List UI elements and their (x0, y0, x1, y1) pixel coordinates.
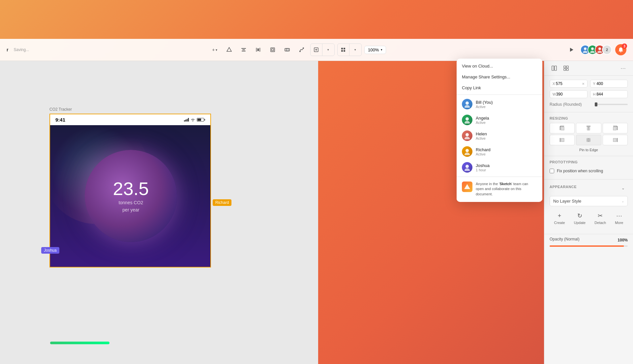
fix-position-row: Fix position when scrolling (550, 167, 628, 175)
frame-group: ▾ (310, 43, 335, 56)
more-button[interactable]: ⋯ More (613, 210, 625, 227)
green-bottom-bar (50, 342, 109, 344)
w-input[interactable]: W (550, 90, 588, 98)
opacity-bar[interactable] (550, 245, 628, 247)
toolbar: r Saving... + ▾ (0, 39, 633, 61)
svg-rect-40 (613, 127, 616, 130)
svg-point-21 (591, 47, 594, 50)
copy-link-item[interactable]: Copy Link (457, 82, 542, 93)
prototyping-title: PROTOTYPING (550, 160, 628, 164)
svg-point-11 (299, 51, 301, 52)
detach-button[interactable]: ✂ Detach (592, 210, 608, 227)
y-value-input[interactable] (596, 81, 625, 86)
fix-position-checkbox[interactable] (550, 169, 554, 173)
signal-bars-icon (184, 118, 189, 122)
add-button[interactable]: + ▾ (209, 44, 221, 56)
svg-point-48 (466, 101, 469, 105)
resize-center[interactable] (576, 135, 601, 145)
canvas-area[interactable]: CO2 Tracker 9:41 (0, 61, 318, 364)
update-icon: ↻ (577, 212, 582, 219)
position-section: X ✕ Y W H Radius (Rounded) (544, 76, 633, 112)
y-input[interactable]: Y (590, 80, 628, 88)
y-label: Y (593, 82, 597, 86)
appearance-actions: + Create ↻ Update ✂ Detach ⋯ More (550, 210, 628, 227)
resize-ml[interactable] (550, 135, 575, 145)
svg-rect-15 (344, 48, 345, 49)
avatar-count[interactable]: 2 (602, 45, 612, 55)
h-input[interactable]: H (590, 90, 628, 98)
resizing-section: RESIZING (544, 112, 633, 156)
appearance-title: APPEARANCE (550, 185, 577, 189)
svg-point-25 (620, 51, 621, 52)
x-clear-icon[interactable]: ✕ (582, 82, 585, 86)
svg-point-54 (466, 149, 469, 152)
svg-rect-8 (272, 49, 274, 51)
user-helen-item[interactable]: Helen Active (457, 128, 542, 144)
opacity-section: Opacity (Normal) 100% (544, 234, 633, 251)
user-richard-item[interactable]: Richard Active (457, 144, 542, 159)
panel-more-icon[interactable]: ⋯ (618, 64, 628, 73)
fix-position-label: Fix position when scrolling (557, 169, 603, 173)
opacity-value: 100% (618, 238, 628, 242)
svg-point-56 (466, 165, 469, 168)
component-button[interactable] (338, 44, 349, 56)
resize-tc[interactable] (576, 123, 601, 133)
svg-rect-26 (552, 66, 554, 70)
user-info-helen: Helen Active (476, 131, 537, 140)
w-value-input[interactable] (556, 92, 585, 97)
svg-rect-29 (566, 66, 568, 68)
align-button[interactable] (238, 44, 250, 56)
frame-dropdown[interactable]: ▾ (322, 44, 334, 56)
user-bill-item[interactable]: Bill (You) Active (457, 96, 542, 112)
user-info-joshua: Joshua 1 hour (476, 163, 537, 172)
dropdown-divider-2 (457, 177, 542, 177)
svg-point-19 (584, 47, 587, 50)
layer-style-select[interactable]: No Layer Style ⌄ (550, 196, 628, 206)
resize-tr[interactable] (603, 123, 628, 133)
user-avatar-richard (462, 146, 472, 157)
svg-point-24 (597, 51, 602, 53)
svg-rect-47 (613, 138, 616, 142)
view-on-cloud-item[interactable]: View on Cloud... (457, 61, 542, 71)
svg-point-51 (465, 121, 470, 124)
user-avatar-angela (462, 115, 472, 125)
svg-rect-14 (341, 48, 343, 49)
notifications-button[interactable]: 3 (615, 44, 626, 55)
svg-rect-30 (564, 69, 566, 70)
component-dropdown[interactable]: ▾ (349, 44, 361, 56)
h-value-input[interactable] (596, 92, 625, 97)
svg-marker-18 (570, 48, 573, 52)
update-button[interactable]: ↻ Update (572, 210, 588, 227)
svg-point-49 (465, 105, 470, 108)
panel-layout-icon[interactable] (550, 64, 559, 73)
vector-button[interactable] (296, 44, 308, 56)
appearance-collapse[interactable]: ⌄ (618, 183, 628, 193)
resize-mr[interactable] (603, 135, 628, 145)
svg-rect-3 (242, 51, 246, 51)
toolbar-left: r Saving... (7, 47, 29, 52)
shape-tool-button[interactable] (223, 44, 235, 56)
frame-button[interactable] (267, 44, 279, 56)
svg-rect-7 (271, 48, 275, 52)
resize-tl[interactable] (550, 123, 575, 133)
play-button[interactable] (566, 44, 577, 55)
component-group: ▾ (337, 43, 362, 56)
user-angela-item[interactable]: Angela Active (457, 112, 542, 128)
radius-label: Radius (Rounded) (550, 102, 592, 107)
manage-share-item[interactable]: Manage Share Settings... (457, 71, 542, 82)
frame-size-button[interactable] (311, 44, 322, 56)
distribute-button[interactable] (252, 44, 264, 56)
zoom-control[interactable]: 100% ▾ (364, 46, 386, 54)
user-info-richard: Richard Active (476, 147, 537, 156)
create-button[interactable]: + Create (552, 210, 567, 227)
x-input[interactable]: X ✕ (550, 80, 588, 88)
right-panel: ⋯ X ✕ Y W H Radius (R (544, 61, 633, 364)
panel-grid-icon[interactable] (561, 64, 571, 73)
mask-button[interactable] (281, 44, 293, 56)
radius-slider[interactable] (595, 104, 628, 105)
user-joshua-item[interactable]: Joshua 1 hour (457, 159, 542, 175)
x-value-input[interactable] (556, 81, 582, 86)
co2-text-line2: per year (122, 207, 139, 212)
svg-point-12 (303, 47, 304, 49)
battery-icon (197, 118, 205, 122)
